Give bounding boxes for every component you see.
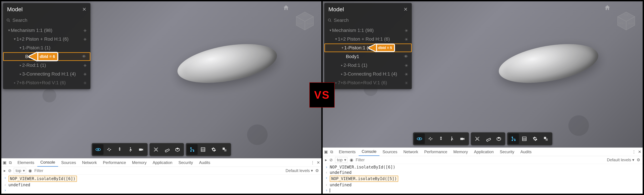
device-icon[interactable]: ⧉	[330, 150, 333, 154]
filter-input[interactable]	[34, 168, 283, 173]
levels-select[interactable]: Default levels ▾	[607, 158, 634, 162]
kebab-icon[interactable]: ⋮	[310, 160, 314, 165]
fullscreen-button[interactable]	[219, 144, 230, 155]
visibility-icon[interactable]: ⚹	[83, 80, 88, 85]
viewer-3d-right[interactable]: TOP FRONT RIGHT Model ✕ Search ▼Mechanis…	[323, 1, 643, 148]
visibility-icon[interactable]: ⚹	[405, 63, 410, 68]
tab-elements[interactable]: Elements	[14, 158, 37, 167]
measure-button[interactable]	[161, 144, 172, 155]
tab-application[interactable]: Application	[150, 158, 175, 167]
tree-node-root[interactable]: ▼Mechanism 1:1 (98)⚹	[3, 26, 90, 35]
tree-node-body1[interactable]: Body1👁	[324, 52, 412, 61]
tree-node[interactable]: ▸7+8-Piston+Rod V:1 (6)⚹	[3, 78, 90, 87]
tree-node[interactable]: ▸3-Connecting Rod H:1 (4)⚹	[3, 70, 90, 78]
orbit-button[interactable]	[93, 144, 104, 155]
visibility-icon[interactable]: ⚹	[405, 80, 410, 85]
tab-console[interactable]: Console	[359, 148, 380, 156]
fullscreen-button[interactable]	[540, 133, 551, 144]
tree-node[interactable]: ▸7+8-Piston+Rod V:1 (6)⚹	[324, 78, 412, 87]
tab-memory[interactable]: Memory	[450, 148, 471, 156]
visibility-icon[interactable]: ⚹	[405, 28, 410, 33]
visibility-icon[interactable]: ⚹	[83, 28, 88, 33]
tab-performance[interactable]: Performance	[421, 148, 450, 156]
tree-node[interactable]: ▼1-Piston:1 (1)	[3, 43, 90, 52]
tree-node[interactable]: ▸2-Rod:1 (1)⚹	[3, 61, 90, 70]
tab-sources[interactable]: Sources	[58, 158, 79, 167]
model-tree-button[interactable]	[187, 144, 198, 155]
tab-elements[interactable]: Elements	[336, 148, 359, 156]
tab-sources[interactable]: Sources	[380, 148, 400, 156]
tree-node[interactable]: ▸3-Connecting Rod H:1 (4)⚹	[324, 70, 412, 78]
section-button[interactable]	[494, 133, 504, 144]
console-prompt[interactable]: ›	[1, 188, 321, 193]
tree-node[interactable]: ▼1+2 Piston + Rod H:1 (6)⚹	[3, 35, 90, 43]
console-output[interactable]: ›NOP_VIEWER.isolateById([6]) ‹undefined …	[1, 175, 321, 194]
tab-audits[interactable]: Audits	[517, 148, 534, 156]
console-prompt[interactable]: ›	[323, 188, 643, 193]
clear-console-icon[interactable]: ⊘	[330, 158, 333, 162]
zoom-button[interactable]	[114, 144, 125, 155]
viewcube[interactable]: TOP FRONT RIGHT	[614, 8, 638, 31]
clear-console-icon[interactable]: ⊘	[8, 168, 12, 173]
properties-button[interactable]	[198, 144, 208, 155]
visibility-icon[interactable]: 👁	[82, 54, 88, 59]
tree-node-piston[interactable]: ▼1-Piston:1 (1) dbId = 5	[324, 43, 412, 52]
home-icon[interactable]	[283, 4, 290, 12]
viewcube[interactable]: TOP FRONT RIGHT	[293, 8, 316, 31]
visibility-icon[interactable]: 👁	[404, 54, 410, 59]
close-icon[interactable]: ✕	[316, 160, 320, 165]
viewer-3d-left[interactable]: TOP FRONT RIGHT Model ✕ Search ▼Mechanis…	[1, 1, 321, 158]
visibility-icon[interactable]: ⚹	[83, 37, 88, 41]
filter-input[interactable]	[356, 158, 604, 162]
visibility-icon[interactable]: ⚹	[83, 63, 88, 68]
device-icon[interactable]: ⧉	[9, 160, 12, 165]
settings-gear-icon[interactable]: ⚙	[636, 158, 640, 162]
tab-network[interactable]: Network	[400, 148, 421, 156]
tree-node-body1[interactable]: Body1 dbId = 6 👁	[3, 52, 90, 61]
visibility-icon[interactable]: ⚹	[83, 72, 88, 76]
tab-audits[interactable]: Audits	[196, 158, 213, 167]
measure-button[interactable]	[483, 133, 494, 144]
tab-performance[interactable]: Performance	[100, 158, 129, 167]
settings-button[interactable]	[530, 133, 540, 144]
panel-search[interactable]: Search	[3, 16, 90, 25]
tree-node-root[interactable]: ▼Mechanism 1:1 (98)⚹	[324, 26, 412, 35]
console-output[interactable]: ›NOP_VIEWER.isolateById([6]) ‹undefined …	[323, 164, 643, 194]
inspect-icon[interactable]: ▣	[324, 150, 328, 154]
camera-button[interactable]	[457, 133, 468, 144]
tab-security[interactable]: Security	[176, 158, 196, 167]
camera-button[interactable]	[136, 144, 146, 155]
kebab-icon[interactable]: ⋮	[632, 150, 636, 154]
sidebar-toggle-icon[interactable]: ▸	[4, 168, 6, 173]
eye-icon[interactable]: ◉	[350, 158, 353, 162]
inspect-icon[interactable]: ▣	[3, 160, 6, 165]
settings-gear-icon[interactable]: ⚙	[315, 168, 319, 173]
close-icon[interactable]: ✕	[638, 150, 641, 154]
close-icon[interactable]: ✕	[82, 6, 86, 12]
tab-memory[interactable]: Memory	[129, 158, 150, 167]
tab-network[interactable]: Network	[79, 158, 100, 167]
pan-button[interactable]	[104, 144, 114, 155]
walk-button[interactable]	[125, 144, 136, 155]
explode-button[interactable]	[150, 144, 161, 155]
explode-button[interactable]	[472, 133, 483, 144]
levels-select[interactable]: Default levels ▾	[286, 168, 313, 173]
model-tree-button[interactable]	[508, 133, 519, 144]
visibility-icon[interactable]: ⚹	[405, 72, 410, 76]
visibility-icon[interactable]: ⚹	[405, 37, 410, 41]
tree-node[interactable]: ▼1+2 Piston + Rod H:1 (6)⚹	[324, 35, 412, 43]
section-button[interactable]	[172, 144, 183, 155]
pan-button[interactable]	[425, 133, 436, 144]
tab-application[interactable]: Application	[471, 148, 496, 156]
panel-search[interactable]: Search	[324, 16, 412, 25]
close-icon[interactable]: ✕	[404, 6, 408, 12]
zoom-button[interactable]	[436, 133, 446, 144]
walk-button[interactable]	[446, 133, 457, 144]
properties-button[interactable]	[519, 133, 530, 144]
tab-console[interactable]: Console	[37, 158, 58, 167]
eye-icon[interactable]: ◉	[28, 168, 32, 173]
sidebar-toggle-icon[interactable]: ▸	[325, 158, 327, 162]
settings-button[interactable]	[208, 144, 219, 155]
tab-security[interactable]: Security	[497, 148, 518, 156]
tree-node[interactable]: ▸2-Rod:1 (1)⚹	[324, 61, 412, 70]
